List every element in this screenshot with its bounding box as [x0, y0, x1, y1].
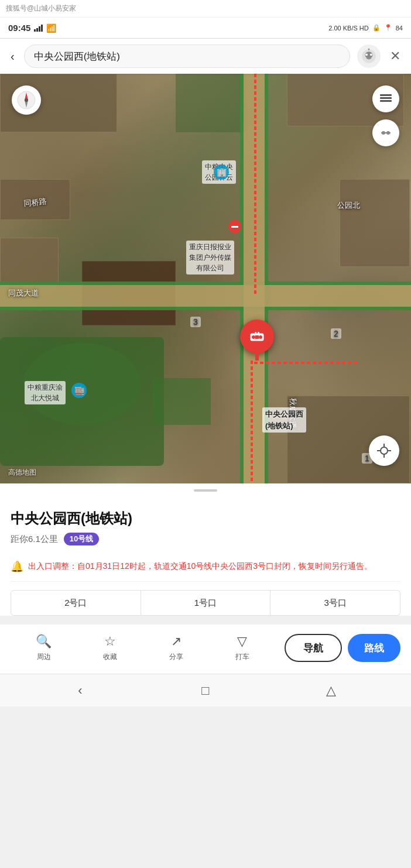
- status-left: 09:45 📶: [8, 23, 56, 33]
- building-3: [0, 179, 70, 220]
- back-button[interactable]: ‹: [8, 47, 17, 66]
- distance-row: 距你6.1公里 10号线: [11, 533, 400, 545]
- status-bar: 09:45 📶 2.00 KB/S HD 🔒 📍 84: [0, 18, 411, 39]
- route-button[interactable]: 路线: [348, 634, 400, 662]
- svg-point-3: [370, 53, 372, 56]
- action-save[interactable]: ☆ 收藏: [77, 634, 143, 662]
- alert-text: 出入口调整：自01月31日12时起，轨道交通10号线中央公园西3号口封闭，恢复时…: [28, 560, 372, 572]
- gaode-watermark: 高德地图: [8, 468, 36, 478]
- search-input[interactable]: 中央公园西(地铁站): [24, 44, 350, 68]
- close-button[interactable]: ✕: [388, 46, 403, 66]
- svg-rect-17: [380, 97, 392, 99]
- svg-rect-22: [381, 132, 391, 133]
- souhu-source-text: 搜狐号@山城小易安家: [6, 4, 76, 13]
- svg-point-23: [381, 447, 388, 454]
- svg-rect-18: [380, 100, 392, 102]
- exit-buttons: 2号口 1号口 3号口: [11, 590, 400, 616]
- exit-1-button[interactable]: 1号口: [141, 590, 271, 616]
- star-icon: ☆: [104, 634, 116, 649]
- building-4: [340, 179, 410, 267]
- layers-control[interactable]: [372, 85, 399, 112]
- route-line-h1: [254, 362, 359, 364]
- lock-icon: 🔒: [372, 24, 381, 32]
- status-right: 2.00 KB/S HD 🔒 📍 84: [328, 24, 403, 32]
- action-nearby[interactable]: 🔍 周边: [11, 634, 77, 662]
- svg-point-9: [259, 335, 262, 339]
- taxi-label: 打车: [235, 652, 249, 662]
- svg-rect-10: [255, 335, 259, 339]
- navigate-button[interactable]: 导航: [285, 634, 342, 662]
- info-panel: 中央公园西(地铁站) 距你6.1公里 10号线 🔔 出入口调整：自01月31日1…: [0, 498, 411, 616]
- share-icon: ↗: [171, 634, 181, 649]
- green-area-3: [152, 378, 211, 425]
- search-icon: 🔍: [36, 634, 52, 649]
- poi-badge-2: 🏬: [71, 383, 87, 398]
- route-line-v1: [251, 361, 253, 483]
- line-badge: 10号线: [64, 533, 99, 545]
- green-road-border-h2: [0, 307, 411, 310]
- building-2: [0, 238, 59, 284]
- network-speed: 2.00 KB/S HD: [328, 25, 368, 32]
- locate-control[interactable]: [369, 435, 399, 466]
- time-display: 09:45: [8, 23, 30, 33]
- share-label: 分享: [169, 652, 183, 662]
- souhu-header: 搜狐号@山城小易安家: [0, 0, 411, 18]
- recent-nav-button[interactable]: △: [318, 678, 344, 704]
- save-label: 收藏: [103, 652, 117, 662]
- search-text: 中央公园西(地铁站): [34, 50, 120, 63]
- bottom-handle[interactable]: [0, 483, 411, 498]
- svg-point-2: [365, 53, 368, 56]
- map-area: 同桥路 同茂大道 秋成大道 公园北 中粮中央公园祥云 重庆日报报业集团户外传媒有…: [0, 74, 411, 483]
- svg-rect-11: [255, 332, 256, 335]
- alert-speaker-icon: 🔔: [11, 560, 23, 573]
- signal-icon: [34, 25, 43, 32]
- green-area-4: [176, 74, 246, 132]
- handle-bar: [194, 489, 217, 492]
- compass-control[interactable]: [12, 85, 41, 115]
- distance-text: 距你6.1公里: [11, 534, 58, 545]
- action-bar: 🔍 周边 ☆ 收藏 ↗ 分享 ▽ 打车 导航 路线: [0, 624, 411, 674]
- assistant-icon[interactable]: [357, 44, 381, 68]
- bottom-nav: ‹ □ △: [0, 674, 411, 706]
- poi-badge-1: 🏢: [214, 164, 229, 180]
- green-road-border-v2: [265, 74, 268, 483]
- metro-station-marker[interactable]: [240, 320, 274, 361]
- road-main-h: [0, 285, 411, 307]
- search-header: ‹ 中央公园西(地铁站) ✕: [0, 39, 411, 74]
- svg-point-8: [252, 335, 255, 339]
- place-title: 中央公园西(地铁站): [11, 509, 400, 528]
- action-taxi[interactable]: ▽ 打车: [209, 634, 275, 662]
- route-line-v2: [254, 74, 256, 296]
- no-entry-sign: [228, 220, 241, 233]
- exit-2-button[interactable]: 2号口: [11, 590, 141, 616]
- back-nav-button[interactable]: ‹: [67, 678, 93, 704]
- wifi-icon: 📶: [46, 23, 56, 33]
- location-icon: 📍: [384, 24, 392, 32]
- battery-display: 84: [396, 25, 403, 32]
- home-nav-button[interactable]: □: [193, 678, 218, 704]
- view-control[interactable]: [372, 119, 399, 146]
- svg-rect-12: [258, 332, 259, 335]
- svg-rect-19: [380, 94, 392, 96]
- nearby-label: 周边: [37, 652, 51, 662]
- alert-row: 🔔 出入口调整：自01月31日12时起，轨道交通10号线中央公园西3号口封闭，恢…: [11, 554, 400, 582]
- action-share[interactable]: ↗ 分享: [143, 634, 209, 662]
- taxi-icon: ▽: [237, 634, 247, 649]
- svg-point-16: [25, 98, 28, 102]
- exit-3-button[interactable]: 3号口: [270, 590, 400, 616]
